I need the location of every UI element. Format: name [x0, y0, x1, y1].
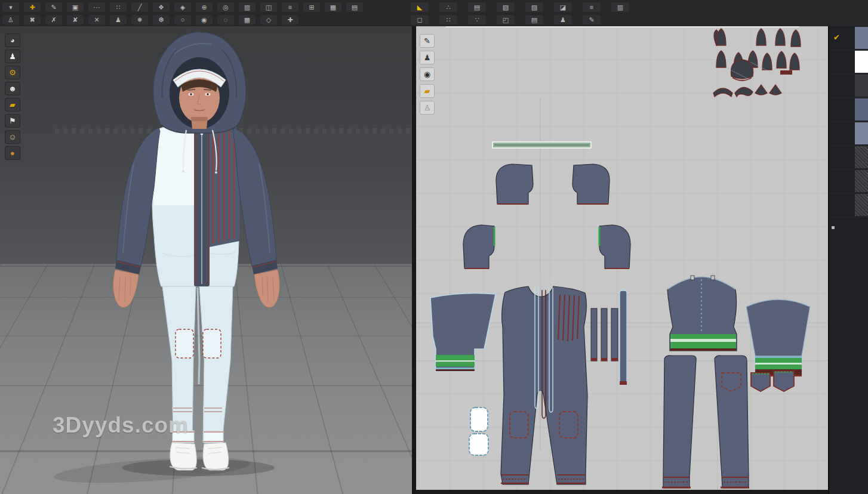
fabric-row[interactable]: [829, 193, 868, 217]
back-sleeve[interactable]: [746, 300, 810, 376]
fabric-row[interactable]: [829, 169, 868, 193]
hood-gore-cluster[interactable]: [713, 29, 801, 97]
edit-curve-tool-icon[interactable]: ▤: [468, 2, 486, 12]
panel-drag-handle[interactable]: [832, 226, 835, 229]
hood-front-left[interactable]: [463, 225, 494, 268]
avatar-edit-a-icon[interactable]: ✘: [67, 15, 84, 24]
sewing-line-tool-icon[interactable]: ╱: [131, 2, 148, 12]
fabric-row[interactable]: [829, 146, 868, 169]
edit-pattern-tool-icon[interactable]: ∴: [439, 2, 457, 12]
flag-marker-icon[interactable]: ⚑: [5, 114, 20, 128]
fold-arrangement-tool-icon[interactable]: ▣: [67, 2, 84, 12]
transform-pattern-tool-icon[interactable]: ◣: [411, 2, 429, 12]
texture-tool-icon[interactable]: ▤: [525, 15, 543, 24]
window-divider[interactable]: [412, 26, 416, 494]
pattern-points-a-icon[interactable]: ∷: [439, 15, 457, 24]
show-avatar-b-icon[interactable]: ◉: [196, 15, 213, 24]
render-style-icon[interactable]: ◕: [5, 33, 20, 47]
pattern-ghost-tool-icon[interactable]: ♙: [420, 101, 435, 115]
garment-fit-a-icon[interactable]: ❅: [131, 15, 148, 24]
pattern-canvas[interactable]: [416, 26, 828, 494]
sphere-view-tool-icon[interactable]: ◉: [420, 67, 435, 81]
free-sewing-tool-icon[interactable]: ❖: [153, 2, 170, 12]
fabric-row[interactable]: [829, 98, 868, 122]
front-sleeve[interactable]: [430, 293, 495, 371]
grading-tool-icon[interactable]: ◪: [554, 2, 572, 12]
back-leg-right[interactable]: [715, 356, 749, 488]
garment-fit-b-icon[interactable]: ❆: [153, 15, 170, 24]
layer-tool-icon[interactable]: ◫: [260, 2, 277, 12]
texture-fabric-3-swatch[interactable]: [855, 194, 868, 216]
add-pattern-tool-icon[interactable]: ▧: [497, 2, 515, 12]
pattern-points-b-icon[interactable]: ∵: [468, 15, 486, 24]
pattern-piece-tool-icon[interactable]: ♟: [420, 51, 435, 64]
garment-slate-fabric-3-swatch[interactable]: [855, 122, 868, 144]
front-body[interactable]: [501, 286, 587, 484]
back-leg-left[interactable]: [662, 356, 696, 488]
table-tool-icon[interactable]: ▤: [346, 2, 363, 12]
hood-side-left[interactable]: [496, 164, 533, 204]
garment-white-fabric-swatch[interactable]: [855, 51, 868, 73]
show-garment-icon[interactable]: ♟: [110, 15, 127, 24]
show-seams-icon[interactable]: ◇: [260, 15, 277, 24]
mesh-tool-icon[interactable]: ▦: [325, 2, 341, 12]
add-point-tool-icon[interactable]: ✚: [24, 2, 41, 12]
texture-fabric-1-swatch[interactable]: [855, 146, 868, 168]
back-body[interactable]: [667, 276, 737, 351]
avatar-3d[interactable]: [113, 32, 280, 470]
show-avatar-icon[interactable]: ☻: [5, 82, 20, 95]
avatar-edit-b-icon[interactable]: ✕: [88, 15, 105, 24]
avatar-move-b-icon[interactable]: ✗: [45, 15, 62, 24]
waistband-strip[interactable]: [493, 142, 591, 148]
watermark-text: 3Dyyds.com: [53, 413, 189, 438]
show-mesh-icon[interactable]: ▦: [239, 15, 256, 24]
garment-dark-fabric-swatch[interactable]: [855, 75, 868, 97]
show-garment-icon[interactable]: ♟: [5, 50, 20, 63]
pattern-outline-tool-icon[interactable]: ◻: [411, 15, 429, 24]
hood-front-right[interactable]: [599, 225, 630, 268]
simulation-settings-icon[interactable]: ⚙: [5, 66, 20, 79]
placket-strip-1: [591, 308, 597, 361]
internal-shape-tool-icon[interactable]: ▨: [525, 2, 543, 12]
fabric-row[interactable]: [829, 74, 868, 98]
fabric-row[interactable]: [829, 50, 868, 74]
hood-side-right[interactable]: [572, 164, 610, 204]
gizmo-icon[interactable]: ✚: [282, 15, 298, 24]
fabric-swatch-icon[interactable]: ▰: [5, 98, 20, 112]
2d-pattern-window[interactable]: ✎♟◉▰♙: [416, 26, 828, 494]
fabric-row[interactable]: ✔: [829, 26, 868, 50]
pattern-box-tool-icon[interactable]: ◰: [497, 15, 515, 24]
grid-snap-tool-icon[interactable]: ⊞: [303, 2, 320, 12]
pin-tool-icon[interactable]: ⊕: [196, 2, 213, 12]
texture-fabric-2-swatch[interactable]: [855, 170, 868, 192]
avatar-move-a-icon[interactable]: ✖: [24, 15, 41, 24]
detach-tool-icon[interactable]: ◈: [174, 2, 191, 12]
pocket-2[interactable]: [774, 371, 794, 391]
avatar-pose-icon[interactable]: ♙: [2, 15, 19, 24]
knee-patch-pieces[interactable]: [469, 407, 488, 455]
measure-tool-icon[interactable]: ◎: [217, 2, 234, 12]
list-tool-icon[interactable]: ≡: [282, 2, 298, 12]
pen-tool-icon[interactable]: ✎: [420, 34, 435, 48]
garment-slate-fabric-2-swatch[interactable]: [855, 98, 868, 121]
fabric-tool-icon[interactable]: ▥: [239, 2, 256, 12]
seam-allowance-tool-icon[interactable]: ▥: [611, 2, 629, 12]
coverall-torso[interactable]: [152, 123, 240, 287]
show-avatar-a-icon[interactable]: ○: [174, 15, 191, 24]
notch-tool-icon[interactable]: ≡: [583, 2, 601, 12]
fabric-edit-tool-icon[interactable]: ▰: [420, 84, 435, 98]
avatar-head-icon[interactable]: ☺: [5, 130, 20, 144]
3d-garment-viewport[interactable]: 3Dyyds.com ◕♟⚙☻▰⚑☺●: [0, 26, 412, 494]
pocket-1[interactable]: [751, 373, 770, 391]
show-garment-2d-icon[interactable]: ♟: [554, 15, 572, 24]
fabric-row[interactable]: [829, 122, 868, 146]
garment-slate-fabric-swatch[interactable]: [855, 27, 868, 49]
show-avatar-c-icon[interactable]: ◌: [217, 15, 234, 24]
edit-sewing-tool-icon[interactable]: ✎: [45, 2, 62, 12]
arrangement-points-tool-icon[interactable]: ∷: [110, 2, 127, 12]
texture-ball-icon[interactable]: ●: [5, 146, 20, 160]
stitch-edit-tool-icon[interactable]: ✎: [583, 15, 601, 24]
tack-tool-icon[interactable]: ⋯: [88, 2, 105, 12]
placket-strips[interactable]: [591, 291, 627, 385]
select-tool-icon[interactable]: ▾: [2, 2, 19, 12]
